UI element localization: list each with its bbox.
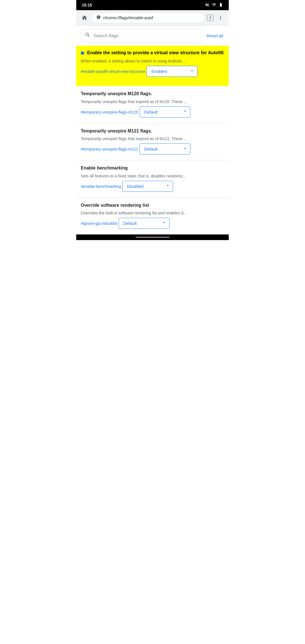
flag-entry-temporary-unexpire-m121: Temporarily unexpire M121 flags. Tempora…	[76, 123, 229, 160]
flag-description: Temporarily unexpire flags that expired …	[81, 136, 224, 142]
flag-select-wrapper: Default Enabled Disabled	[140, 143, 190, 155]
flag-select-enabled[interactable]: Default Enabled Disabled	[147, 66, 197, 77]
flag-description: Sets all features to a fixed state; that…	[81, 173, 224, 179]
wifi-icon	[212, 3, 216, 8]
flag-title: Temporarily unexpire M121 flags.	[81, 128, 224, 134]
bottom-bar	[76, 234, 229, 240]
flag-select-wrapper: Default Enabled Disabled	[140, 106, 190, 118]
flag-anchor[interactable]: #ignore-gpu-blocklist	[81, 221, 117, 226]
browser-toolbar: chrome://flags/#enable-autof 2	[76, 10, 229, 26]
search-icon	[85, 32, 91, 39]
mute-icon	[205, 3, 210, 8]
info-icon	[96, 15, 101, 21]
flag-anchor[interactable]: #temporary-unexpire-flags-m120	[81, 110, 138, 114]
flag-entry-autofill-virtual-view-structure: Enable the setting to provide a virtual …	[76, 46, 229, 86]
more-options-button[interactable]	[216, 13, 225, 23]
flag-entry-ignore-gpu-blocklist: Override software rendering list Overrid…	[76, 197, 229, 234]
search-input-wrapper[interactable]	[81, 29, 202, 42]
flag-dot-indicator	[81, 51, 84, 55]
flag-description: When enabled, a setting allows to switch…	[81, 58, 224, 64]
flag-select-wrapper: Default Enabled Disabled	[119, 218, 169, 229]
flag-select-wrapper: Default Enabled Disabled	[147, 66, 197, 77]
status-time: 15:15	[82, 3, 92, 7]
search-bar-container: Reset all	[76, 26, 229, 46]
status-icons	[205, 3, 223, 8]
flag-anchor[interactable]: #enable-benchmarking	[81, 184, 121, 189]
search-input[interactable]	[93, 33, 198, 38]
flag-title: Override software rendering list	[81, 202, 224, 208]
reset-all-button[interactable]: Reset all	[206, 31, 224, 40]
address-bar[interactable]: chrome://flags/#enable-autof	[91, 12, 205, 23]
flag-select-m120[interactable]: Default Enabled Disabled	[140, 106, 190, 118]
flag-title: Enable benchmarking	[81, 165, 224, 171]
status-bar: 15:15	[76, 0, 229, 10]
flag-title: Enable the setting to provide a virtual …	[81, 50, 224, 56]
flag-select-gpu-blocklist[interactable]: Default Enabled Disabled	[119, 218, 169, 229]
flag-select-benchmarking[interactable]: Default Enabled Disabled	[122, 181, 173, 192]
flags-list: Enable the setting to provide a virtual …	[76, 46, 229, 234]
flag-description: Temporarily unexpire flags that expired …	[81, 99, 224, 105]
tab-count-button[interactable]: 2	[207, 15, 213, 21]
flag-select-m121[interactable]: Default Enabled Disabled	[140, 143, 190, 155]
flag-title: Temporarily unexpire M120 flags.	[81, 91, 224, 97]
address-text: chrome://flags/#enable-autof	[103, 16, 200, 20]
home-button[interactable]	[80, 13, 89, 23]
flag-select-wrapper: Default Enabled Disabled	[122, 181, 173, 192]
battery-icon	[219, 3, 223, 8]
flag-entry-temporary-unexpire-m120: Temporarily unexpire M120 flags. Tempora…	[76, 86, 229, 123]
flag-anchor[interactable]: #temporary-unexpire-flags-m121	[81, 147, 138, 151]
flag-anchor[interactable]: #enable-autofill-virtual-view-structure	[81, 69, 145, 74]
flag-entry-enable-benchmarking: Enable benchmarking Sets all features to…	[76, 160, 229, 197]
bottom-bar-handle	[136, 237, 169, 238]
flag-description: Overrides the built-in software renderin…	[81, 210, 224, 216]
